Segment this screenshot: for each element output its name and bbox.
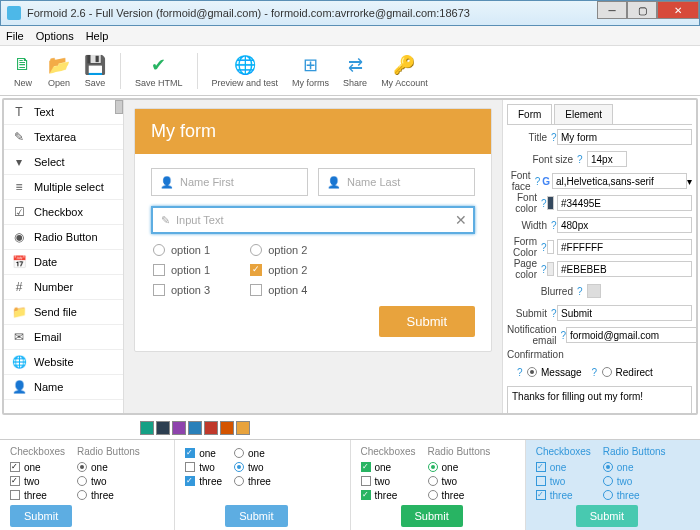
confirmation-label: Confirmation — [507, 349, 692, 360]
check-option3[interactable]: option 3 — [153, 284, 210, 296]
fontface-label: Font face — [507, 170, 535, 192]
save-icon: 💾 — [84, 54, 106, 76]
color-swatch[interactable] — [547, 240, 554, 254]
myforms-button[interactable]: ⊞My forms — [288, 52, 333, 90]
help-icon[interactable]: ? — [535, 176, 541, 187]
widget-number[interactable]: #Number — [4, 275, 123, 300]
help-icon[interactable]: ? — [592, 367, 602, 378]
delete-field-icon[interactable]: ✕ — [455, 212, 467, 228]
scroll-thumb[interactable] — [115, 100, 123, 114]
open-button[interactable]: 📂Open — [44, 52, 74, 90]
formcolor-input[interactable] — [557, 239, 692, 255]
theme-default[interactable]: Checkboxes one two three Radio Buttons o… — [0, 440, 175, 530]
share-button[interactable]: ⇄Share — [339, 52, 371, 90]
widget-sendfile[interactable]: 📁Send file — [4, 300, 123, 325]
help-icon[interactable]: ? — [577, 154, 587, 165]
blurred-checkbox[interactable] — [587, 284, 601, 298]
help-icon[interactable]: ? — [517, 367, 527, 378]
fontface-input[interactable] — [552, 173, 687, 189]
submit-label: Submit — [507, 308, 551, 319]
save-html-button[interactable]: ✔Save HTML — [131, 52, 187, 90]
menu-help[interactable]: Help — [86, 30, 109, 42]
checkbox-icon — [536, 490, 546, 500]
widget-select[interactable]: ▾Select — [4, 150, 123, 175]
radio-icon — [603, 476, 613, 486]
check-option2[interactable]: option 2 — [250, 264, 307, 276]
widget-name[interactable]: 👤Name — [4, 375, 123, 400]
widget-sidebar: TText ✎Textarea ▾Select ≡Multiple select… — [4, 100, 124, 413]
new-button[interactable]: 🗎New — [8, 52, 38, 90]
form-submit-button[interactable]: Submit — [379, 306, 475, 337]
form-title[interactable]: My form — [135, 109, 491, 154]
title-bar: Formoid 2.6 - Full Version (formoid@gmai… — [0, 0, 700, 26]
title-label: Title — [507, 132, 551, 143]
theme-metro[interactable]: one two three one two three Submit Metro — [175, 440, 350, 530]
message-radio[interactable] — [527, 367, 537, 377]
swatch-orange[interactable] — [220, 421, 234, 435]
email-input[interactable] — [566, 327, 696, 343]
globe-icon: 🌐 — [234, 54, 256, 76]
default-submit[interactable]: Submit — [10, 505, 72, 527]
checkbox-icon — [361, 490, 371, 500]
radio-option1[interactable]: option 1 — [153, 244, 210, 256]
email-label: Notification email — [507, 324, 560, 346]
widget-checkbox[interactable]: ☑Checkbox — [4, 200, 123, 225]
tab-form[interactable]: Form — [507, 104, 552, 124]
theme-solid[interactable]: Checkboxes one two three Radio Buttons o… — [526, 440, 700, 530]
flat-submit[interactable]: Submit — [401, 505, 463, 527]
widget-multiselect[interactable]: ≡Multiple select — [4, 175, 123, 200]
theme-swatches — [0, 417, 700, 439]
theme-flat[interactable]: Checkboxes one two three Radio Buttons o… — [351, 440, 526, 530]
check-option4[interactable]: option 4 — [250, 284, 307, 296]
toolbar: 🗎New 📂Open 💾Save ✔Save HTML 🌐Preview and… — [0, 46, 700, 96]
fontsize-input[interactable] — [587, 151, 627, 167]
widget-textarea[interactable]: ✎Textarea — [4, 125, 123, 150]
metro-submit[interactable]: Submit — [225, 505, 287, 527]
pagecolor-input[interactable] — [557, 261, 692, 277]
widget-radio[interactable]: ◉Radio Button — [4, 225, 123, 250]
check-option1[interactable]: option 1 — [153, 264, 210, 276]
help-icon[interactable]: ? — [577, 286, 587, 297]
swatch-red[interactable] — [204, 421, 218, 435]
submit-input[interactable] — [557, 305, 692, 321]
color-swatch[interactable] — [547, 196, 554, 210]
formcolor-label: Form Color — [507, 236, 541, 258]
name-last-field[interactable]: 👤Name Last — [318, 168, 475, 196]
widget-text[interactable]: TText — [4, 100, 123, 125]
save-button[interactable]: 💾Save — [80, 52, 110, 90]
widget-website[interactable]: 🌐Website — [4, 350, 123, 375]
radio-icon — [428, 462, 438, 472]
fontcolor-input[interactable] — [557, 195, 692, 211]
checkbox-icon — [250, 264, 262, 276]
radio-option2[interactable]: option 2 — [250, 244, 307, 256]
swatch-teal[interactable] — [140, 421, 154, 435]
menu-file[interactable]: File — [6, 30, 24, 42]
file-icon: 📁 — [12, 305, 26, 319]
solid-submit[interactable]: Submit — [576, 505, 638, 527]
account-button[interactable]: 🔑My Account — [377, 52, 432, 90]
name-first-field[interactable]: 👤Name First — [151, 168, 308, 196]
radio-icon — [250, 244, 262, 256]
tab-element[interactable]: Element — [554, 104, 613, 124]
input-text-field[interactable]: ✎Input Text✕ — [151, 206, 475, 234]
widget-email[interactable]: ✉Email — [4, 325, 123, 350]
dropdown-icon[interactable]: ▾ — [687, 176, 692, 187]
minimize-button[interactable]: ─ — [597, 1, 627, 19]
close-button[interactable]: ✕ — [657, 1, 699, 19]
swatch-blue[interactable] — [188, 421, 202, 435]
radio-icon: ◉ — [12, 230, 26, 244]
widget-date[interactable]: 📅Date — [4, 250, 123, 275]
color-swatch[interactable] — [547, 262, 554, 276]
checkbox-icon — [536, 462, 546, 472]
preview-button[interactable]: 🌐Preview and test — [208, 52, 283, 90]
title-input[interactable] — [557, 129, 692, 145]
swatch-amber[interactable] — [236, 421, 250, 435]
form-canvas[interactable]: My form 👤Name First 👤Name Last ✎Input Te… — [124, 100, 502, 413]
menu-options[interactable]: Options — [36, 30, 74, 42]
width-input[interactable] — [557, 217, 692, 233]
swatch-dark[interactable] — [156, 421, 170, 435]
redirect-radio[interactable] — [602, 367, 612, 377]
swatch-purple[interactable] — [172, 421, 186, 435]
maximize-button[interactable]: ▢ — [627, 1, 657, 19]
confirmation-text[interactable]: Thanks for filling out my form! — [507, 386, 692, 413]
